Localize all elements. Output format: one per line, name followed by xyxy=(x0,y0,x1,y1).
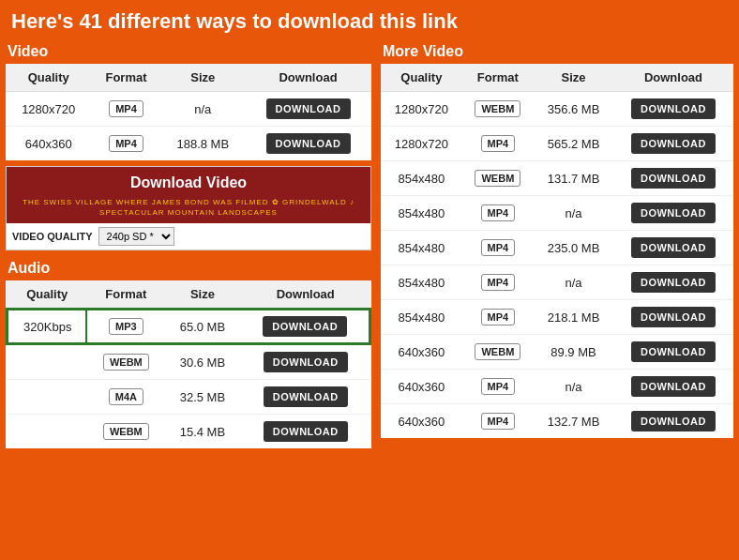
video-quality-row: VIDEO QUALITY 240p SD * xyxy=(7,223,370,250)
more-video-download-button[interactable]: DOWNLOAD xyxy=(631,341,716,362)
more-video-quality-cell: 854x480 xyxy=(381,231,462,265)
audio-table-row: WEBM 15.4 MB DOWNLOAD xyxy=(7,415,370,449)
more-video-format-cell: MP4 xyxy=(462,370,534,404)
more-video-table-row: 640x360 MP4 132.7 MB DOWNLOAD xyxy=(381,404,733,439)
audio-download-cell: DOWNLOAD xyxy=(241,415,371,449)
audio-download-button[interactable]: DOWNLOAD xyxy=(264,352,348,372)
audio-quality-cell xyxy=(7,380,87,415)
video-quality-cell: 640x360 xyxy=(6,127,91,161)
format-badge: MP4 xyxy=(109,100,143,117)
audio-col-download: Download xyxy=(241,280,371,309)
more-video-download-cell: DOWNLOAD xyxy=(613,92,733,127)
more-video-size-cell: 131.7 MB xyxy=(534,161,613,196)
audio-quality-cell: 320Kbps xyxy=(7,309,87,344)
more-video-download-cell: DOWNLOAD xyxy=(613,231,733,265)
audio-download-button[interactable]: DOWNLOAD xyxy=(264,386,348,407)
more-video-download-cell: DOWNLOAD xyxy=(613,127,733,161)
more-video-col-quality: Quality xyxy=(381,64,462,92)
more-video-table: Quality Format Size Download 1280x720 WE… xyxy=(381,64,733,438)
more-video-size-cell: 218.1 MB xyxy=(534,300,613,335)
more-video-table-row: 640x360 MP4 n/a DOWNLOAD xyxy=(381,370,733,404)
more-video-table-row: 854x480 MP4 235.0 MB DOWNLOAD xyxy=(381,231,733,265)
format-badge: WEBM xyxy=(475,100,520,117)
more-video-download-cell: DOWNLOAD xyxy=(613,300,733,335)
left-panel: Video Quality Format Size Download 1280x… xyxy=(6,39,371,448)
video-preview: Download Video THE SWISS VILLAGE WHERE J… xyxy=(6,166,371,250)
more-video-size-cell: 565.2 MB xyxy=(534,127,613,161)
preview-subtitle: THE SWISS VILLAGE WHERE JAMES BOND WAS F… xyxy=(7,195,370,223)
more-video-size-cell: 356.6 MB xyxy=(534,92,613,127)
video-size-cell: 188.8 MB xyxy=(161,127,245,161)
video-col-quality: Quality xyxy=(6,64,91,92)
video-col-format: Format xyxy=(91,64,160,92)
more-video-download-button[interactable]: DOWNLOAD xyxy=(631,98,716,119)
audio-size-cell: 65.0 MB xyxy=(164,309,240,344)
more-video-format-cell: MP4 xyxy=(462,265,534,300)
more-video-size-cell: 235.0 MB xyxy=(534,231,613,265)
audio-download-button[interactable]: DOWNLOAD xyxy=(263,316,347,337)
video-table-row: 640x360 MP4 188.8 MB DOWNLOAD xyxy=(6,127,371,161)
video-download-button[interactable]: DOWNLOAD xyxy=(266,133,351,154)
format-badge: M4A xyxy=(109,388,143,405)
more-video-format-cell: MP4 xyxy=(462,300,534,335)
video-download-cell: DOWNLOAD xyxy=(245,127,371,161)
page-title: Here's 41 different ways to download thi… xyxy=(0,0,739,39)
more-video-quality-cell: 640x360 xyxy=(381,335,462,370)
more-video-download-button[interactable]: DOWNLOAD xyxy=(631,411,716,431)
more-video-download-button[interactable]: DOWNLOAD xyxy=(631,307,716,327)
audio-size-cell: 32.5 MB xyxy=(164,380,240,415)
video-download-cell: DOWNLOAD xyxy=(245,92,371,127)
more-video-size-cell: 89.9 MB xyxy=(534,335,613,370)
format-badge: MP4 xyxy=(481,135,516,152)
audio-section-title: Audio xyxy=(6,256,371,280)
more-video-format-cell: MP4 xyxy=(462,127,534,161)
video-download-button[interactable]: DOWNLOAD xyxy=(266,98,351,119)
more-video-format-cell: WEBM xyxy=(462,92,534,127)
more-video-format-cell: WEBM xyxy=(462,335,534,370)
more-video-download-button[interactable]: DOWNLOAD xyxy=(631,272,716,293)
more-video-download-button[interactable]: DOWNLOAD xyxy=(631,376,716,397)
video-col-size: Size xyxy=(161,64,245,92)
format-badge: MP4 xyxy=(481,378,516,395)
audio-table-row: M4A 32.5 MB DOWNLOAD xyxy=(7,380,370,415)
audio-download-button[interactable]: DOWNLOAD xyxy=(264,421,348,442)
more-video-table-row: 854x480 MP4 n/a DOWNLOAD xyxy=(381,196,733,231)
more-video-table-row: 854x480 WEBM 131.7 MB DOWNLOAD xyxy=(381,161,733,196)
more-video-download-button[interactable]: DOWNLOAD xyxy=(631,237,716,258)
audio-quality-cell xyxy=(7,344,87,380)
more-video-download-cell: DOWNLOAD xyxy=(613,370,733,404)
more-video-size-cell: n/a xyxy=(534,370,613,404)
format-badge: WEBM xyxy=(103,354,149,371)
more-video-table-row: 1280x720 WEBM 356.6 MB DOWNLOAD xyxy=(381,92,733,127)
audio-download-cell: DOWNLOAD xyxy=(241,380,371,415)
more-video-quality-cell: 854x480 xyxy=(381,161,462,196)
audio-table-row: WEBM 30.6 MB DOWNLOAD xyxy=(7,344,370,380)
more-video-quality-cell: 1280x720 xyxy=(381,127,462,161)
audio-size-cell: 15.4 MB xyxy=(164,415,240,449)
more-video-format-cell: WEBM xyxy=(462,161,534,196)
video-quality-cell: 1280x720 xyxy=(6,92,91,127)
more-video-col-format: Format xyxy=(462,64,534,92)
more-video-quality-cell: 854x480 xyxy=(381,196,462,231)
more-video-quality-cell: 854x480 xyxy=(381,265,462,300)
more-video-table-row: 640x360 WEBM 89.9 MB DOWNLOAD xyxy=(381,335,733,370)
more-video-quality-cell: 1280x720 xyxy=(381,92,462,127)
more-video-size-cell: n/a xyxy=(534,196,613,231)
audio-size-cell: 30.6 MB xyxy=(164,344,240,380)
right-panel: More Video Quality Format Size Download … xyxy=(371,39,733,448)
audio-download-cell: DOWNLOAD xyxy=(241,309,371,344)
more-video-download-button[interactable]: DOWNLOAD xyxy=(631,133,716,154)
more-video-table-row: 854x480 MP4 n/a DOWNLOAD xyxy=(381,265,733,300)
more-video-download-button[interactable]: DOWNLOAD xyxy=(631,203,716,223)
format-badge: MP4 xyxy=(481,309,516,325)
format-badge: MP4 xyxy=(481,204,516,221)
audio-format-cell: M4A xyxy=(87,380,164,415)
more-video-download-button[interactable]: DOWNLOAD xyxy=(631,168,716,189)
video-quality-select[interactable]: 240p SD * xyxy=(98,227,174,246)
video-format-cell: MP4 xyxy=(91,92,160,127)
audio-format-cell: WEBM xyxy=(87,344,164,380)
more-video-quality-cell: 640x360 xyxy=(381,404,462,439)
format-badge: WEBM xyxy=(475,170,520,187)
video-format-cell: MP4 xyxy=(91,127,160,161)
video-size-cell: n/a xyxy=(161,92,245,127)
